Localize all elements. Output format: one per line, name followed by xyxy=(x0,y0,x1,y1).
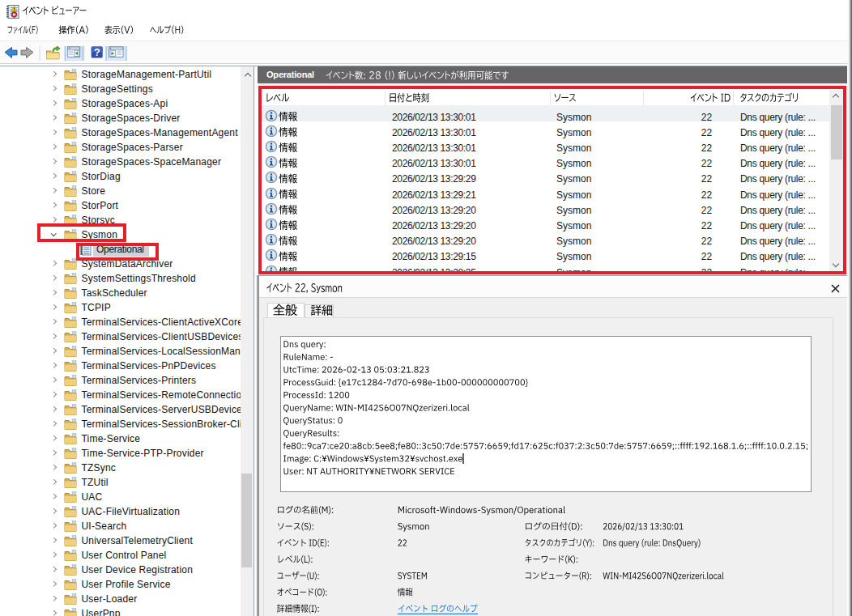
svg-text:?: ? xyxy=(94,47,100,58)
